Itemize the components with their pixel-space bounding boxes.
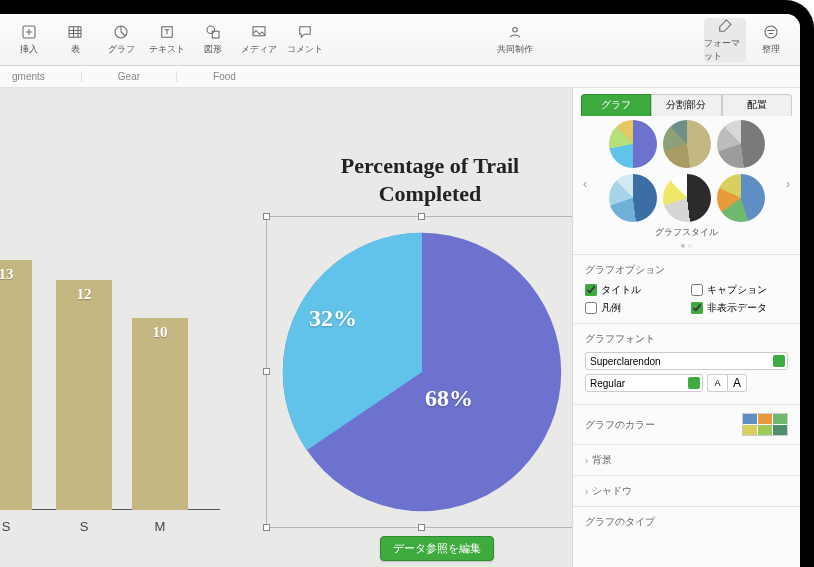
label: メディア <box>241 43 277 56</box>
chart-style-thumb[interactable] <box>663 174 711 222</box>
chart-style-thumb[interactable] <box>717 120 765 168</box>
sheet-tab[interactable]: gments <box>12 71 82 82</box>
label: 図形 <box>204 43 222 56</box>
sheet-tab[interactable]: Food <box>213 71 272 82</box>
pie-chart: 32% 68% <box>277 227 567 517</box>
section-title: グラフオプション <box>585 263 788 277</box>
resize-handle[interactable] <box>263 524 270 531</box>
label: テキスト <box>149 43 185 56</box>
label: 共同制作 <box>497 43 533 56</box>
media-button[interactable]: メディア <box>238 18 280 62</box>
comment-button[interactable]: コメント <box>284 18 326 62</box>
font-style-select[interactable]: Regular <box>585 374 703 392</box>
check-caption[interactable]: キャプション <box>691 283 789 297</box>
label: 表 <box>71 43 80 56</box>
shape-icon <box>204 23 222 41</box>
bar-value: 12 <box>77 286 92 303</box>
bar-category: S <box>80 519 89 534</box>
bar: 13 S <box>0 260 32 510</box>
resize-handle[interactable] <box>263 368 270 375</box>
color-swatches[interactable] <box>742 413 788 436</box>
page-dots: ● ○ <box>573 241 800 250</box>
sheet-tabs: gments Gear Food <box>0 66 800 88</box>
edit-data-button[interactable]: データ参照を編集 <box>380 536 494 561</box>
table-icon <box>66 23 84 41</box>
pie-icon <box>112 23 130 41</box>
chevron-right-icon[interactable]: › <box>782 175 794 193</box>
chart-style-thumb[interactable] <box>609 120 657 168</box>
pie-slice-label: 68% <box>425 385 473 412</box>
disclosure-shadow[interactable]: シャドウ <box>573 475 800 506</box>
bar-category: S <box>2 519 11 534</box>
media-icon <box>250 23 268 41</box>
check-legend[interactable]: 凡例 <box>585 301 683 315</box>
section-title: グラフのタイプ <box>585 515 788 529</box>
section-title: グラフのカラー <box>585 418 655 432</box>
bar-chart[interactable]: 13 S 12 S 10 M <box>0 238 220 538</box>
chart-button[interactable]: グラフ <box>100 18 142 62</box>
table-button[interactable]: 表 <box>54 18 96 62</box>
brush-icon <box>716 17 734 35</box>
tab-arrange[interactable]: 配置 <box>722 94 792 116</box>
chart-style-thumb[interactable] <box>717 174 765 222</box>
insert-button[interactable]: 挿入 <box>8 18 50 62</box>
label: グラフ <box>108 43 135 56</box>
font-smaller-button[interactable]: A <box>707 374 727 392</box>
label: 挿入 <box>20 43 38 56</box>
chart-style-thumb[interactable] <box>663 120 711 168</box>
toolbar: 挿入 表 グラフ テキスト 図形 メディア <box>0 14 800 66</box>
section-title: グラフフォント <box>585 332 788 346</box>
pie-chart-selection[interactable]: 32% 68% <box>266 216 572 528</box>
label: コメント <box>287 43 323 56</box>
svg-point-7 <box>513 28 518 33</box>
filter-icon <box>762 23 780 41</box>
collaborate-button[interactable]: 共同制作 <box>494 18 536 62</box>
bar: 10 M <box>132 318 188 510</box>
tab-wedges[interactable]: 分割部分 <box>651 94 721 116</box>
text-button[interactable]: テキスト <box>146 18 188 62</box>
bar-value: 13 <box>0 266 14 283</box>
disclosure-background[interactable]: 背景 <box>573 444 800 475</box>
bar-category: M <box>155 519 166 534</box>
label: 整理 <box>762 43 780 56</box>
font-bigger-button[interactable]: A <box>727 374 747 392</box>
plus-box-icon <box>20 23 38 41</box>
text-icon <box>158 23 176 41</box>
person-icon <box>506 23 524 41</box>
chart-style-thumb[interactable] <box>609 174 657 222</box>
tab-chart[interactable]: グラフ <box>581 94 651 116</box>
svg-rect-1 <box>69 27 81 38</box>
pie-slice-label: 32% <box>309 305 357 332</box>
canvas[interactable]: 13 S 12 S 10 M Percentage of Trail Compl… <box>0 88 572 567</box>
format-button[interactable]: フォーマット <box>704 18 746 62</box>
inspector: グラフ 分割部分 配置 ‹ › グラフスタイル ● ○ <box>572 88 800 567</box>
chart-style-label: グラフスタイル <box>573 226 800 239</box>
chevron-left-icon[interactable]: ‹ <box>579 175 591 193</box>
label: フォーマット <box>704 37 746 63</box>
bar: 12 S <box>56 280 112 510</box>
svg-point-8 <box>765 26 777 38</box>
bar-value: 10 <box>153 324 168 341</box>
resize-handle[interactable] <box>263 213 270 220</box>
chart-title[interactable]: Percentage of Trail Completed <box>300 152 560 207</box>
svg-point-4 <box>207 26 215 34</box>
resize-handle[interactable] <box>418 213 425 220</box>
organize-button[interactable]: 整理 <box>750 18 792 62</box>
check-hidden-data[interactable]: 非表示データ <box>691 301 789 315</box>
sheet-tab[interactable]: Gear <box>118 71 177 82</box>
check-title[interactable]: タイトル <box>585 283 683 297</box>
font-family-select[interactable]: Superclarendon <box>585 352 788 370</box>
comment-icon <box>296 23 314 41</box>
resize-handle[interactable] <box>418 524 425 531</box>
shape-button[interactable]: 図形 <box>192 18 234 62</box>
